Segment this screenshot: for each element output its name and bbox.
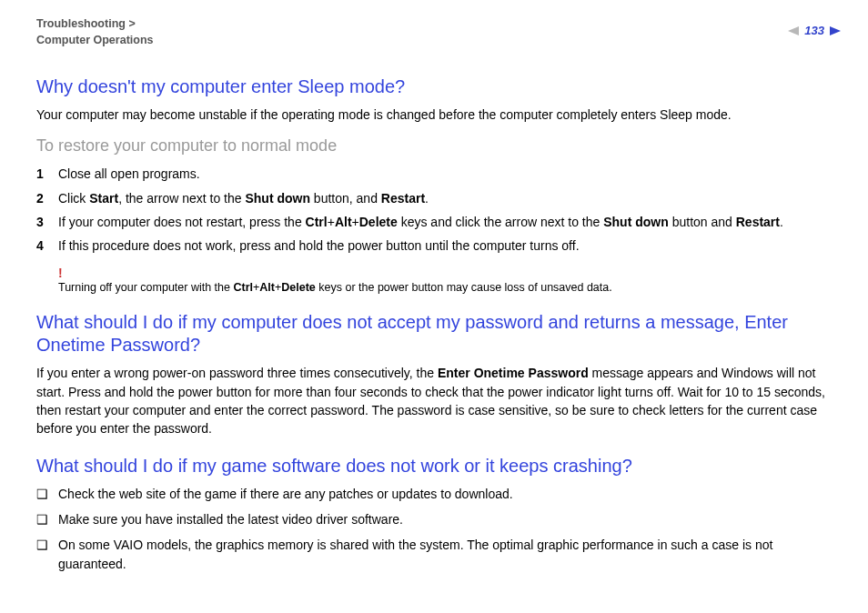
step-1: 1 Close all open programs. — [36, 165, 841, 183]
page-header: Troubleshooting > Computer Operations 13… — [36, 16, 841, 48]
next-page-icon[interactable] — [830, 26, 841, 35]
bullet-icon: ❑ — [36, 485, 58, 503]
step-4: 4 If this procedure does not work, press… — [36, 236, 841, 255]
step-3: 3 If your computer does not restart, pre… — [36, 213, 841, 231]
step-text: If your computer does not restart, press… — [58, 213, 841, 231]
breadcrumb-line1: Troubleshooting > — [36, 16, 154, 33]
step-text: Click Start, the arrow next to the Shut … — [58, 189, 841, 207]
step-num: 4 — [36, 236, 58, 255]
warning-icon: ! — [58, 266, 841, 280]
bullet-item: ❑ Make sure you have installed the lates… — [36, 510, 841, 528]
page-number: 133 — [804, 24, 824, 37]
breadcrumb: Troubleshooting > Computer Operations — [36, 16, 154, 48]
step-text: If this procedure does not work, press a… — [58, 236, 841, 255]
prev-page-icon[interactable] — [788, 26, 799, 35]
bullet-item: ❑ Check the web site of the game if ther… — [36, 485, 841, 503]
section2-title: What should I do if my computer does not… — [36, 311, 841, 357]
step-num: 2 — [36, 189, 58, 207]
bullet-icon: ❑ — [36, 536, 58, 573]
restore-steps: 1 Close all open programs. 2 Click Start… — [36, 165, 841, 255]
step-num: 3 — [36, 213, 58, 231]
section1-intro: Your computer may become unstable if the… — [36, 106, 841, 124]
step-2: 2 Click Start, the arrow next to the Shu… — [36, 189, 841, 207]
bullet-item: ❑ On some VAIO models, the graphics memo… — [36, 536, 841, 573]
warning-text: Turning off your computer with the Ctrl+… — [58, 281, 612, 294]
section1-title: Why doesn't my computer enter Sleep mode… — [36, 75, 841, 98]
step-text: Close all open programs. — [58, 165, 841, 183]
game-bullets: ❑ Check the web site of the game if ther… — [36, 485, 841, 573]
section3-title: What should I do if my game software doe… — [36, 455, 841, 477]
bullet-text: Check the web site of the game if there … — [58, 485, 513, 503]
warning-block: ! Turning off your computer with the Ctr… — [58, 266, 841, 295]
breadcrumb-line2: Computer Operations — [36, 33, 154, 49]
page-number-nav: 133 — [788, 24, 841, 37]
bullet-text: Make sure you have installed the latest … — [58, 510, 403, 528]
bullet-text: On some VAIO models, the graphics memory… — [58, 536, 841, 573]
section1-subhead: To restore your computer to normal mode — [36, 136, 841, 156]
step-num: 1 — [36, 165, 58, 183]
bullet-icon: ❑ — [36, 510, 58, 528]
section2-para: If you enter a wrong power-on password t… — [36, 364, 841, 437]
